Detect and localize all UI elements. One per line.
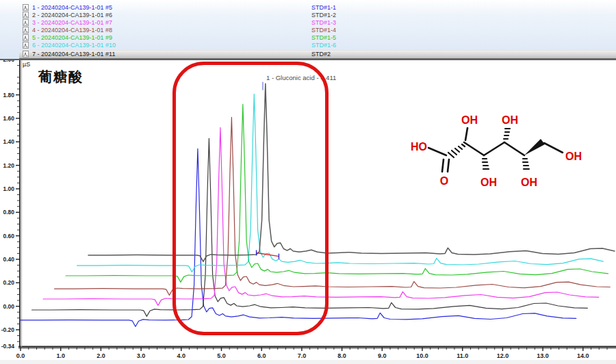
x-tick-label: 11.0 bbox=[457, 352, 468, 359]
y-tick-label: -0.20 bbox=[1, 326, 15, 333]
x-tick-label: 2.0 bbox=[97, 352, 105, 359]
y-tick-label: 0.60 bbox=[3, 233, 14, 239]
gluconic-acid-structure: HO O OH OH OH OH OH bbox=[404, 103, 602, 198]
y-tick-label: 0.20 bbox=[3, 279, 14, 286]
oh-label: OH bbox=[480, 177, 497, 188]
trace-label: 2 - 20240204-CA139-1-01 #6 bbox=[32, 12, 112, 19]
std-label: STD#1-2 bbox=[311, 12, 336, 19]
chromatogram-icon bbox=[23, 34, 29, 41]
overlay-legend-panel: 1 - 20240204-CA139-1-01 #5 STD#1-1 2 - 2… bbox=[0, 0, 616, 60]
x-tick-label: 9.0 bbox=[378, 352, 387, 359]
x-tick-label: 7.0 bbox=[298, 352, 307, 359]
x-tick-label: 0.0 bbox=[16, 352, 25, 359]
std-label: STD#1-3 bbox=[311, 19, 336, 27]
x-tick-label: 12.0 bbox=[497, 352, 509, 359]
x-tick-label: 6.0 bbox=[257, 352, 266, 359]
x-tick-label: 8.0 bbox=[337, 352, 346, 359]
trace-label: 4 - 20240204-CA139-1-01 #8 bbox=[32, 27, 112, 34]
y-min-label: -0.34 bbox=[1, 343, 15, 350]
std-label: STD#2 bbox=[311, 51, 331, 58]
trace-label: 6 - 20240204-CA139-1-01 #10 bbox=[32, 42, 116, 49]
std-label: STD#1-4 bbox=[311, 27, 336, 34]
x-tick-label: 3.0 bbox=[137, 352, 146, 359]
trace-label: 7 - 20240204-CA139-1-01 #11 bbox=[32, 51, 115, 58]
y-tick-label: 0.80 bbox=[3, 209, 14, 216]
x-tick-label: 10.0 bbox=[416, 352, 428, 359]
trace-label: 3 - 20240204-CA139-1-01 #7 bbox=[32, 19, 112, 27]
x-tick-label: 13.0 bbox=[537, 352, 549, 359]
y-tick-label: 0.00 bbox=[3, 303, 14, 310]
y-tick-label: 1.00 bbox=[3, 185, 14, 192]
x-tick-label: 5.0 bbox=[217, 352, 226, 359]
chromatogram-icon bbox=[23, 42, 29, 49]
y-axis-unit: µS bbox=[23, 61, 30, 68]
y-tick-label: 1.20 bbox=[3, 162, 14, 169]
y-tick-label: 1.40 bbox=[3, 138, 14, 145]
oh-label: OH bbox=[565, 151, 582, 162]
y-tick-label: 0.40 bbox=[3, 256, 14, 263]
chart-title: 葡糖酸 bbox=[38, 68, 84, 86]
ho-label: HO bbox=[411, 141, 427, 153]
y-tick-label: 1.60 bbox=[3, 115, 14, 122]
y-tick-label: 1.80 bbox=[3, 92, 14, 99]
chromatogram-icon bbox=[23, 19, 29, 26]
trace-label: 5 - 20240204-CA139-1-01 #9 bbox=[32, 34, 112, 42]
chromatogram-icon bbox=[23, 51, 29, 57]
red-oval-annotation bbox=[172, 62, 329, 335]
x-tick-label: 4.0 bbox=[177, 352, 186, 359]
oh-label: OH bbox=[521, 177, 537, 188]
std-label: STD#1-6 bbox=[311, 42, 336, 49]
x-tick-label: 14.0 bbox=[577, 352, 589, 359]
x-tick-label: 1.0 bbox=[56, 352, 65, 359]
chromatography-window: { "chart_data": { "type": "line", "title… bbox=[0, 0, 616, 364]
oh-label: OH bbox=[502, 114, 518, 126]
chromatogram-icon bbox=[23, 27, 29, 34]
oh-label: OH bbox=[461, 114, 478, 126]
trace-label: 1 - 20240204-CA139-1-01 #5 bbox=[32, 4, 112, 12]
chromatogram-icon bbox=[23, 12, 29, 18]
chromatogram-icon bbox=[23, 4, 29, 11]
std-label: STD#1-5 bbox=[311, 34, 336, 42]
o-label: O bbox=[440, 175, 448, 187]
std-label: STD#1-1 bbox=[311, 4, 336, 12]
